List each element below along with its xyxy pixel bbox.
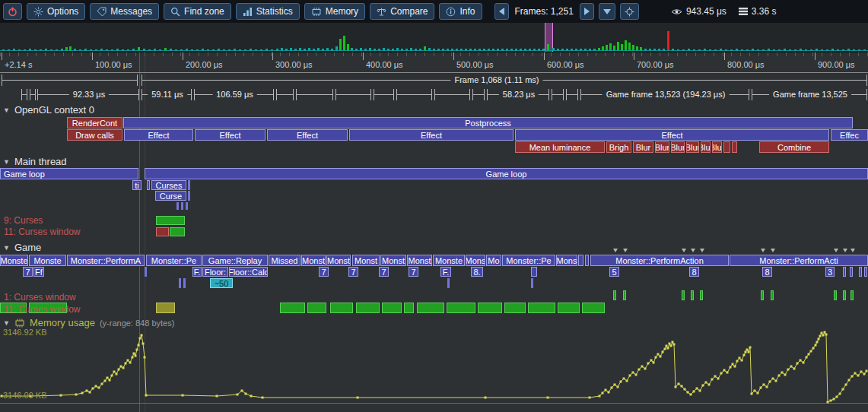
frame-bar[interactable] bbox=[369, 48, 371, 51]
frame-bar[interactable] bbox=[61, 49, 63, 51]
zone[interactable] bbox=[864, 267, 867, 277]
frame-bar[interactable] bbox=[784, 49, 786, 51]
frame-segment[interactable]: Game frame 13,523 (194.23 μs) bbox=[580, 89, 749, 100]
frame-bar[interactable] bbox=[451, 49, 453, 51]
zone[interactable] bbox=[330, 303, 353, 313]
zone[interactable]: F. bbox=[440, 267, 451, 277]
zone[interactable]: Monst bbox=[380, 255, 406, 266]
frame-bar[interactable] bbox=[816, 49, 818, 51]
frame-bar[interactable] bbox=[658, 49, 660, 51]
frame-bar[interactable] bbox=[106, 49, 108, 51]
zone[interactable]: Mons bbox=[556, 255, 577, 266]
frame-segment[interactable]: 92.33 μs bbox=[37, 89, 139, 100]
frame-bar[interactable] bbox=[290, 48, 292, 51]
frame-bar[interactable] bbox=[387, 49, 389, 51]
frame-bar[interactable] bbox=[752, 49, 754, 51]
frame-bar[interactable] bbox=[863, 49, 866, 51]
frame-bar[interactable] bbox=[433, 49, 435, 51]
collapse-arrow-icon[interactable]: ▼ bbox=[3, 319, 10, 327]
zone[interactable] bbox=[859, 267, 862, 277]
frame-bar[interactable] bbox=[598, 48, 600, 51]
focus-frame-button[interactable] bbox=[620, 3, 639, 20]
frame-bar[interactable] bbox=[667, 31, 669, 51]
frame-bar[interactable] bbox=[821, 49, 823, 51]
zoom-to-frame-button[interactable] bbox=[599, 3, 615, 20]
frame-bar[interactable] bbox=[148, 49, 151, 51]
zone[interactable] bbox=[682, 290, 685, 300]
frame-bar[interactable] bbox=[65, 47, 68, 51]
frame-segment[interactable] bbox=[276, 89, 294, 100]
zone[interactable] bbox=[188, 180, 190, 190]
zone[interactable] bbox=[147, 180, 150, 190]
zone[interactable] bbox=[613, 290, 616, 300]
frame-bar[interactable] bbox=[223, 49, 225, 51]
zone[interactable] bbox=[700, 290, 703, 300]
frame-bar[interactable] bbox=[529, 49, 531, 51]
frame-bar[interactable] bbox=[250, 49, 252, 51]
zone[interactable] bbox=[156, 216, 185, 225]
frame-bar[interactable] bbox=[50, 49, 52, 51]
frame-bar[interactable] bbox=[542, 49, 545, 51]
frame-bar[interactable] bbox=[239, 49, 241, 51]
collapsed-marker-icon[interactable] bbox=[682, 249, 686, 252]
prev-frame-button[interactable] bbox=[494, 3, 509, 20]
collapsed-marker-icon[interactable] bbox=[851, 249, 855, 252]
zone[interactable] bbox=[447, 303, 475, 313]
frame-bar[interactable] bbox=[335, 46, 338, 51]
frame-bar[interactable] bbox=[13, 49, 15, 51]
frame-bar[interactable] bbox=[826, 49, 828, 51]
frame-bar[interactable] bbox=[405, 49, 408, 51]
zone[interactable]: Draw calls bbox=[67, 129, 122, 141]
zone[interactable]: Monster::PerformAction bbox=[590, 255, 729, 266]
frame-bar[interactable] bbox=[757, 49, 759, 51]
zone[interactable]: 8. bbox=[471, 267, 483, 277]
frame-bar[interactable] bbox=[313, 49, 315, 51]
frame-bar[interactable] bbox=[837, 49, 839, 51]
frame-bar[interactable] bbox=[34, 49, 37, 51]
frame-bar[interactable] bbox=[2, 49, 5, 51]
frame-bar[interactable] bbox=[79, 49, 81, 51]
frame-bar[interactable] bbox=[18, 49, 21, 51]
zone[interactable] bbox=[145, 267, 147, 277]
frame-bar[interactable] bbox=[299, 48, 301, 51]
frame-bar[interactable] bbox=[100, 49, 103, 51]
frame-bar[interactable] bbox=[374, 49, 376, 51]
find-zone-button[interactable]: Find zone bbox=[164, 3, 231, 20]
frame-bar[interactable] bbox=[628, 43, 631, 51]
collapsed-marker-icon[interactable] bbox=[623, 249, 628, 252]
frame-bar[interactable] bbox=[132, 49, 135, 51]
info-button[interactable]: Info bbox=[439, 3, 482, 20]
frame-bar[interactable] bbox=[180, 49, 183, 51]
frame-bar[interactable] bbox=[571, 49, 573, 51]
frame-bar[interactable] bbox=[143, 49, 145, 51]
frame-bar[interactable] bbox=[632, 45, 634, 51]
frame-bar[interactable] bbox=[69, 46, 72, 51]
zone[interactable] bbox=[478, 303, 502, 313]
frame-bar[interactable] bbox=[401, 49, 403, 51]
zone[interactable] bbox=[851, 290, 854, 300]
zone[interactable]: Blur bbox=[712, 141, 722, 153]
frame-segment[interactable]: 59.11 μs bbox=[141, 89, 192, 100]
frame-bar[interactable] bbox=[294, 49, 297, 51]
zone[interactable]: Effect bbox=[124, 129, 193, 141]
frame-segment[interactable] bbox=[472, 89, 485, 100]
zone[interactable]: Effect bbox=[267, 129, 348, 141]
frame-bar[interactable] bbox=[74, 49, 76, 51]
frame-bar[interactable] bbox=[175, 49, 177, 51]
frame-bar[interactable] bbox=[853, 49, 855, 51]
zone[interactable]: Effect bbox=[349, 129, 513, 141]
frame-bar[interactable] bbox=[304, 49, 306, 51]
frame-bar[interactable] bbox=[483, 49, 485, 51]
statistics-button[interactable]: Statistics bbox=[236, 3, 300, 20]
frame-bar[interactable] bbox=[538, 49, 540, 51]
zone[interactable] bbox=[528, 303, 555, 313]
frame-bar[interactable] bbox=[768, 49, 770, 51]
zone[interactable]: Monster::PerformActi bbox=[730, 255, 868, 266]
frame-bar[interactable] bbox=[343, 36, 345, 51]
frame-bar[interactable] bbox=[520, 49, 522, 51]
frame-bar[interactable] bbox=[501, 49, 504, 51]
zone[interactable]: 7 bbox=[348, 267, 358, 277]
frame-bar[interactable] bbox=[415, 49, 417, 51]
collapsed-marker-icon[interactable] bbox=[843, 249, 847, 252]
frame-bar[interactable] bbox=[561, 49, 564, 51]
